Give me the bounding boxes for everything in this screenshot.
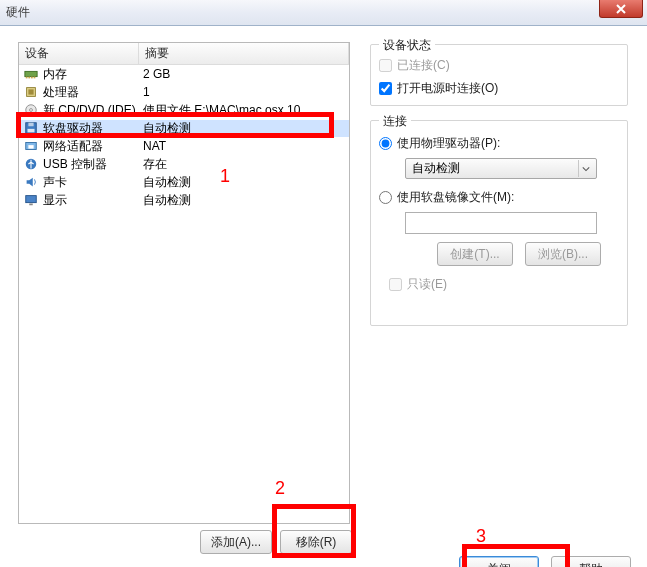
svg-rect-11 <box>28 129 35 133</box>
row-label: 网络适配器 <box>43 138 103 155</box>
use-physical-radio[interactable] <box>379 137 392 150</box>
svg-rect-16 <box>29 204 33 206</box>
row-cdrom[interactable]: 新 CD/DVD (IDE) 使用文件 E:\MAC\mac osx 10...… <box>19 101 349 119</box>
floppy-icon <box>23 120 39 136</box>
remove-device-button[interactable]: 移除(R) <box>280 530 352 554</box>
row-cpu[interactable]: 处理器 1 <box>19 83 349 101</box>
cd-icon <box>23 102 39 118</box>
readonly-row: 只读(E) <box>381 276 627 293</box>
nic-icon <box>23 138 39 154</box>
image-buttons: 创建(T)... 浏览(B)... <box>437 242 627 266</box>
connected-label: 已连接(C) <box>397 57 450 74</box>
create-image-button[interactable]: 创建(T)... <box>437 242 513 266</box>
svg-rect-15 <box>26 196 37 203</box>
use-image-label: 使用软盘镜像文件(M): <box>397 189 514 206</box>
row-floppy[interactable]: 软盘驱动器 自动检测 <box>19 119 349 137</box>
svg-rect-3 <box>31 77 33 79</box>
close-icon <box>616 4 626 14</box>
chevron-down-icon <box>578 160 593 177</box>
add-device-button[interactable]: 添加(A)... <box>200 530 272 554</box>
readonly-label: 只读(E) <box>407 276 447 293</box>
annotation-number-3: 3 <box>476 526 486 547</box>
row-label: 声卡 <box>43 174 67 191</box>
svg-point-8 <box>30 109 33 112</box>
physical-drive-combo[interactable]: 自动检测 <box>405 158 597 179</box>
device-list-headers: 设备 摘要 <box>19 43 349 65</box>
device-list-panel: 设备 摘要 内存 2 GB 处理器 1 新 <box>18 42 350 524</box>
device-list-buttons: 添加(A)... 移除(R) <box>200 530 352 554</box>
connected-checkbox <box>379 59 392 72</box>
row-summary: 自动检测 <box>139 120 349 137</box>
sound-icon <box>23 174 39 190</box>
physical-drive-value: 自动检测 <box>412 160 460 177</box>
row-label: 显示 <box>43 192 67 209</box>
device-status-legend: 设备状态 <box>379 37 435 54</box>
header-device[interactable]: 设备 <box>19 43 139 64</box>
help-button[interactable]: 帮助 <box>551 556 631 567</box>
svg-rect-2 <box>28 77 30 79</box>
row-summary: 1 <box>139 85 349 99</box>
use-physical-label: 使用物理驱动器(P): <box>397 135 500 152</box>
svg-rect-13 <box>28 145 33 149</box>
svg-rect-1 <box>26 77 28 79</box>
row-summary: 存在 <box>139 156 349 173</box>
row-sound[interactable]: 声卡 自动检测 <box>19 173 349 191</box>
row-label: USB 控制器 <box>43 156 107 173</box>
close-button[interactable]: 关闭 <box>459 556 539 567</box>
device-status-group: 设备状态 已连接(C) 打开电源时连接(O) <box>370 44 628 106</box>
title-bar: 硬件 <box>0 0 647 26</box>
cpu-icon <box>23 84 39 100</box>
row-summary: NAT <box>139 139 349 153</box>
connected-checkbox-row: 已连接(C) <box>371 57 627 74</box>
connection-group: 连接 使用物理驱动器(P): 自动检测 使用软盘镜像文件(M): 创建(T)..… <box>370 120 628 326</box>
memory-icon <box>23 66 39 82</box>
row-summary: 2 GB <box>139 67 349 81</box>
row-summary: 自动检测 <box>139 174 349 191</box>
window-close-button[interactable] <box>599 0 643 18</box>
window-title: 硬件 <box>6 4 30 21</box>
readonly-checkbox <box>389 278 402 291</box>
row-nic[interactable]: 网络适配器 NAT <box>19 137 349 155</box>
dialog-buttons: 关闭 帮助 <box>459 556 631 567</box>
image-path-input[interactable] <box>405 212 597 234</box>
svg-rect-10 <box>28 123 33 127</box>
connect-on-power-label: 打开电源时连接(O) <box>397 80 498 97</box>
row-label: 处理器 <box>43 84 79 101</box>
browse-image-button[interactable]: 浏览(B)... <box>525 242 601 266</box>
connection-legend: 连接 <box>379 113 411 130</box>
svg-rect-6 <box>28 89 33 94</box>
use-physical-row[interactable]: 使用物理驱动器(P): <box>371 135 627 152</box>
connect-on-power-row[interactable]: 打开电源时连接(O) <box>371 80 627 97</box>
row-label: 软盘驱动器 <box>43 120 103 137</box>
usb-icon <box>23 156 39 172</box>
header-summary[interactable]: 摘要 <box>139 43 349 64</box>
display-icon <box>23 192 39 208</box>
row-usb[interactable]: USB 控制器 存在 <box>19 155 349 173</box>
svg-rect-4 <box>34 77 36 79</box>
use-image-radio[interactable] <box>379 191 392 204</box>
svg-rect-0 <box>25 71 37 76</box>
row-label: 内存 <box>43 66 67 83</box>
device-rows: 内存 2 GB 处理器 1 新 CD/DVD (IDE) 使用文件 E:\MAC… <box>19 65 349 209</box>
row-memory[interactable]: 内存 2 GB <box>19 65 349 83</box>
row-summary: 使用文件 E:\MAC\mac osx 10.... <box>139 102 349 119</box>
row-display[interactable]: 显示 自动检测 <box>19 191 349 209</box>
row-label: 新 CD/DVD (IDE) <box>43 102 136 119</box>
row-summary: 自动检测 <box>139 192 349 209</box>
client-area: 设备 摘要 内存 2 GB 处理器 1 新 <box>0 26 647 567</box>
use-image-row[interactable]: 使用软盘镜像文件(M): <box>371 189 627 206</box>
connect-on-power-checkbox[interactable] <box>379 82 392 95</box>
